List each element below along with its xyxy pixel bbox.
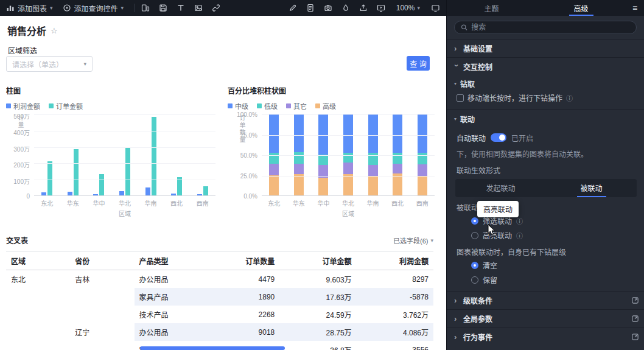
link-icon[interactable]: [212, 4, 220, 12]
search-input[interactable]: [471, 23, 630, 32]
add-chart-button[interactable]: 添加图表 ▾: [6, 3, 53, 13]
section-basic-settings[interactable]: › 基础设置: [447, 39, 644, 57]
preview-icon[interactable]: [377, 4, 385, 12]
drill-keep-label: 图表被联动时，自身已有下钻层级: [457, 247, 637, 257]
table-row[interactable]: 东北吉林办公用品44799.603万8297: [6, 270, 433, 289]
section-behavior-events[interactable]: › 行为事件: [447, 327, 644, 346]
stack-segment[interactable]: [368, 114, 378, 153]
stack-segment[interactable]: [294, 174, 304, 195]
snapshot-camera-icon[interactable]: [324, 4, 332, 12]
bar[interactable]: [47, 161, 52, 195]
menu-icon[interactable]: ≡: [626, 3, 644, 13]
add-query-control-button[interactable]: 添加查询控件 ▾: [63, 3, 124, 13]
auto-linkage-toggle[interactable]: [491, 133, 506, 142]
zoom-control[interactable]: 100% ▾: [396, 4, 420, 12]
stack-segment[interactable]: [368, 165, 378, 175]
bar[interactable]: [125, 147, 130, 195]
stack-segment[interactable]: [343, 174, 353, 195]
query-button[interactable]: 查 询: [407, 56, 430, 71]
tab-initiate-linkage[interactable]: 发起联动: [455, 179, 546, 197]
toolbar-left: 添加图表 ▾ 添加查询控件 ▾ 100% ▾: [0, 0, 446, 16]
stack-segment[interactable]: [269, 153, 279, 163]
region-select[interactable]: 请选择（单选） ▾: [6, 56, 93, 72]
stack-segment[interactable]: [418, 114, 427, 153]
fields-selected-dropdown[interactable]: 已选字段(6) ▾: [393, 236, 433, 245]
fullscreen-icon[interactable]: [431, 4, 440, 12]
bar[interactable]: [93, 194, 98, 195]
bar[interactable]: [171, 194, 176, 195]
stack-segment[interactable]: [343, 114, 353, 153]
bar[interactable]: [197, 194, 202, 195]
stack-segment[interactable]: [318, 178, 328, 195]
mobile-drill-checkbox[interactable]: [457, 94, 464, 102]
tab-theme[interactable]: 主题: [447, 0, 536, 16]
open-external-icon[interactable]: [631, 333, 639, 341]
bar[interactable]: [74, 149, 79, 195]
stack-segment[interactable]: [343, 153, 353, 163]
stack-segment[interactable]: [318, 155, 328, 165]
legend-swatch: [49, 103, 54, 108]
note-icon[interactable]: [306, 4, 315, 12]
export-icon[interactable]: [359, 4, 368, 12]
stack-segment[interactable]: [393, 153, 402, 163]
gridline: [262, 114, 435, 115]
linkage-header[interactable]: ▾ 联动: [454, 111, 637, 127]
stack-segment[interactable]: [269, 114, 279, 153]
section-interaction-control[interactable]: › 交互控制: [447, 57, 644, 75]
tab-be-linked[interactable]: 被联动: [546, 179, 637, 197]
horizontal-scrollbar-thumb[interactable]: [140, 346, 285, 350]
bar[interactable]: [203, 186, 208, 195]
stack-segment[interactable]: [269, 175, 279, 196]
mobile-layout-icon[interactable]: [141, 4, 150, 12]
bar[interactable]: [99, 174, 104, 195]
table-row[interactable]: 辽宁办公用品901828.75万4.086万: [6, 323, 433, 341]
legend-item[interactable]: 低级: [257, 101, 278, 111]
table-row[interactable]: 家具产品189017.63万-5878: [6, 288, 433, 306]
filter-linkage-radio[interactable]: [471, 217, 478, 225]
open-external-icon[interactable]: [631, 296, 639, 304]
stack-segment[interactable]: [393, 114, 402, 153]
keep-radio[interactable]: [471, 276, 478, 284]
stack-segment[interactable]: [343, 163, 353, 174]
search-box[interactable]: [454, 21, 637, 34]
legend-item[interactable]: 其它: [286, 101, 307, 111]
watermark-icon[interactable]: [341, 4, 350, 12]
bar[interactable]: [41, 192, 46, 195]
stack-segment[interactable]: [418, 164, 427, 177]
stack-segment[interactable]: [294, 114, 304, 152]
legend-item[interactable]: 利润金额: [6, 101, 40, 111]
stack-segment[interactable]: [294, 152, 304, 164]
image-icon[interactable]: [194, 4, 203, 12]
legend-item[interactable]: 高级: [315, 101, 336, 111]
stack-segment[interactable]: [294, 164, 304, 174]
stack-segment[interactable]: [368, 176, 378, 195]
info-icon[interactable]: ⓘ: [516, 231, 523, 240]
table-row[interactable]: 技术产品226824.59万3.762万: [6, 306, 433, 323]
legend-item[interactable]: 中级: [228, 101, 248, 111]
tab-advanced[interactable]: 高级: [536, 0, 626, 16]
clear-radio[interactable]: [471, 262, 478, 269]
section-global-params[interactable]: › 全局参数: [447, 309, 644, 327]
legend-item[interactable]: 订单金额: [49, 101, 83, 111]
bar[interactable]: [145, 187, 150, 195]
favorite-star-icon[interactable]: ☆: [51, 26, 58, 35]
edit-pen-icon[interactable]: [289, 4, 297, 12]
info-icon[interactable]: ⓘ: [516, 216, 523, 226]
highlight-linkage-radio[interactable]: [471, 232, 478, 239]
info-icon[interactable]: ⓘ: [566, 93, 573, 103]
bar[interactable]: [119, 191, 124, 196]
stack-segment[interactable]: [393, 173, 402, 195]
section-cascade-conditions[interactable]: › 级联条件: [447, 291, 644, 309]
table-cell: 9.603万: [279, 270, 356, 289]
stack-segment[interactable]: [418, 177, 427, 195]
text-icon[interactable]: [177, 4, 185, 12]
bar[interactable]: [152, 117, 156, 195]
legend-swatch: [315, 103, 320, 108]
save-icon[interactable]: [159, 4, 167, 12]
open-external-icon[interactable]: [631, 315, 639, 323]
select-placeholder: 请选择（单选）: [12, 59, 63, 69]
stack-segment[interactable]: [269, 164, 279, 175]
stack-segment[interactable]: [393, 164, 402, 173]
drill-header[interactable]: ▾ 钻取: [454, 75, 637, 91]
bar[interactable]: [68, 192, 72, 195]
